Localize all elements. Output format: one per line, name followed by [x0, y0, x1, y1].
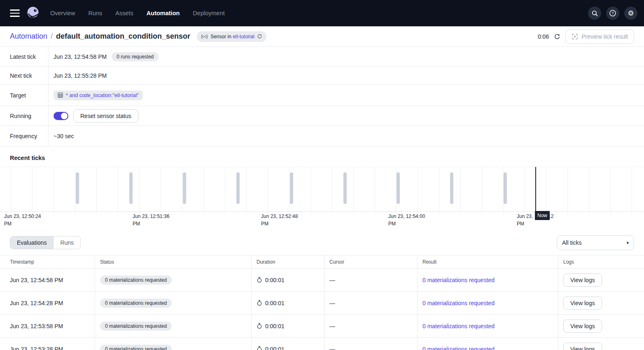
- view-logs-button[interactable]: View logs: [563, 297, 602, 310]
- ticks-timeline: [0, 167, 644, 211]
- asset-table-icon: [58, 93, 63, 98]
- stopwatch-icon: [257, 300, 262, 306]
- nav-item-assets[interactable]: Assets: [115, 10, 133, 16]
- timeline-gridline: [225, 167, 225, 215]
- cursor-value: —: [324, 338, 417, 350]
- duration-value: 0:00:01: [265, 346, 285, 350]
- result-link[interactable]: 0 materializations requested: [422, 300, 495, 306]
- timeline-gridline: [96, 167, 97, 215]
- timeline-gridline: [439, 167, 439, 215]
- view-logs-button[interactable]: View logs: [563, 343, 602, 350]
- breadcrumb-automation-link[interactable]: Automation: [10, 32, 47, 41]
- timeline-gridline: [353, 167, 354, 215]
- timeline-gridline: [11, 167, 11, 215]
- tick-filter-dropdown[interactable]: All ticks ▾: [557, 235, 634, 250]
- sensor-details: Latest tick Jun 23, 12:54:58 PM 0 runs r…: [0, 47, 644, 146]
- tick-bar[interactable]: [450, 172, 453, 204]
- preview-tick-result-button[interactable]: Preview tick result: [565, 30, 634, 44]
- tick-timestamp: Jun 23, 12:53:58 PM: [0, 315, 95, 337]
- asset-selection-tag[interactable]: * and code_location:"etl-tutorial": [54, 90, 143, 100]
- timeline-gridline: [482, 167, 482, 215]
- preview-button-label: Preview tick result: [581, 33, 628, 40]
- tick-bar[interactable]: [236, 172, 240, 204]
- running-toggle[interactable]: [54, 112, 68, 120]
- timeline-gridline: [375, 167, 375, 215]
- timeline-gridline: [610, 167, 611, 215]
- axis-time-label: Jun 23, 12:54:00 PM: [388, 213, 429, 227]
- timeline-gridline: [161, 167, 161, 215]
- recent-ticks-heading: Recent ticks: [10, 155, 634, 161]
- evaluations-table: Timestamp Status Duration Cursor Result …: [0, 255, 644, 350]
- running-row: Running Reset sensor status: [0, 106, 644, 126]
- code-location-link[interactable]: etl-tutorial: [233, 34, 254, 39]
- tick-bar[interactable]: [76, 172, 79, 204]
- nav-item-deployment[interactable]: Deployment: [193, 10, 224, 16]
- settings-gear-icon[interactable]: ⚙: [624, 7, 637, 20]
- tick-timestamp: Jun 23, 12:54:58 PM: [0, 269, 95, 291]
- col-timestamp: Timestamp: [0, 255, 95, 268]
- latest-tick-value: Jun 23, 12:54:58 PM: [54, 53, 107, 60]
- runs-requested-badge: 0 runs requested: [112, 52, 159, 61]
- help-icon[interactable]: ?: [606, 7, 619, 20]
- timeline-gridline: [75, 167, 75, 215]
- sensor-badge-prefix: Sensor in: [210, 34, 231, 39]
- reset-sensor-status-button[interactable]: Reset sensor status: [73, 109, 138, 123]
- timeline-gridline: [289, 167, 289, 215]
- axis-time-label: Jun 23, 12:50:24 PM: [4, 213, 45, 227]
- timeline-gridline: [589, 167, 589, 215]
- frequency-row: Frequency ~30 sec: [0, 126, 644, 146]
- latest-tick-row: Latest tick Jun 23, 12:54:58 PM 0 runs r…: [0, 47, 644, 67]
- now-marker-line: [535, 167, 536, 212]
- table-row: Jun 23, 12:54:28 PM 0 materializations r…: [0, 292, 644, 315]
- tick-bar[interactable]: [290, 172, 293, 204]
- now-badge: Now: [535, 211, 550, 220]
- cursor-value: —: [324, 315, 417, 337]
- table-row: Jun 23, 12:53:58 PM 0 materializations r…: [0, 315, 644, 338]
- nav-item-overview[interactable]: Overview: [50, 10, 75, 16]
- col-result: Result: [417, 255, 558, 268]
- nav-links: OverviewRunsAssetsAutomationDeployment: [50, 10, 225, 16]
- dagster-logo-icon[interactable]: [26, 5, 41, 21]
- timeline-gridline: [525, 167, 525, 215]
- sensor-icon: [201, 34, 208, 39]
- frequency-value: ~30 sec: [54, 133, 74, 139]
- col-duration: Duration: [251, 255, 324, 268]
- stopwatch-icon: [257, 323, 262, 329]
- tick-bar[interactable]: [343, 172, 347, 204]
- refresh-icon[interactable]: [257, 34, 262, 39]
- status-badge: 0 materializations requested: [100, 322, 172, 331]
- axis-time-label: Jun 23, 12:51:36 PM: [133, 213, 174, 227]
- tick-bar[interactable]: [183, 172, 186, 204]
- result-link[interactable]: 0 materializations requested: [422, 323, 495, 329]
- top-nav: OverviewRunsAssetsAutomationDeployment ?…: [0, 0, 644, 26]
- nav-item-automation[interactable]: Automation: [147, 10, 180, 16]
- latest-tick-label: Latest tick: [0, 47, 49, 66]
- cursor-value: —: [324, 292, 417, 314]
- sensor-location-badge: Sensor in etl-tutorial: [197, 31, 266, 42]
- result-link[interactable]: 0 materializations requested: [422, 277, 495, 283]
- menu-icon[interactable]: [7, 5, 23, 21]
- view-logs-button[interactable]: View logs: [563, 320, 602, 333]
- view-logs-button[interactable]: View logs: [563, 274, 602, 287]
- timeline-gridline: [203, 167, 204, 215]
- breadcrumb-separator: /: [51, 32, 53, 41]
- tick-bar[interactable]: [397, 172, 400, 204]
- tick-bar[interactable]: [504, 172, 507, 204]
- tick-bar[interactable]: [129, 172, 133, 204]
- timeline-gridline: [139, 167, 140, 215]
- next-tick-row: Next tick Jun 23, 12:55:28 PM: [0, 67, 644, 85]
- cursor-value: —: [324, 269, 417, 291]
- refresh-icon[interactable]: [554, 33, 560, 40]
- status-badge: 0 materializations requested: [100, 345, 172, 350]
- timeline-gridline: [418, 167, 418, 215]
- ticks-table-body: Jun 23, 12:54:58 PM 0 materializations r…: [0, 269, 644, 350]
- axis-time-label: Jun 23, 12:52:48 PM: [261, 213, 302, 227]
- duration-value: 0:00:01: [265, 277, 285, 283]
- nav-item-runs[interactable]: Runs: [88, 10, 102, 16]
- preview-play-icon: [572, 33, 578, 40]
- result-link[interactable]: 0 materializations requested: [422, 346, 495, 350]
- tab-evaluations[interactable]: Evaluations: [10, 236, 54, 249]
- timeline-gridline: [118, 167, 118, 215]
- search-icon[interactable]: [588, 7, 601, 20]
- tab-runs[interactable]: Runs: [54, 236, 80, 249]
